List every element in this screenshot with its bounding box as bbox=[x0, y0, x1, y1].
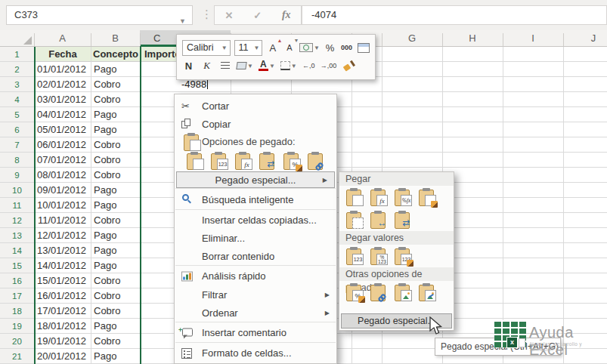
increase-decimal-button[interactable]: →,00 bbox=[321, 58, 337, 73]
row-header-2[interactable]: 2 bbox=[0, 62, 34, 77]
cell-a16[interactable]: 15/01/2012 bbox=[34, 273, 91, 288]
row-header-19[interactable]: 19 bbox=[0, 319, 34, 334]
cell-a19[interactable]: 18/01/2012 bbox=[34, 319, 91, 334]
paste-keep-widths-icon[interactable]: ↔ bbox=[368, 211, 388, 229]
column-header-g[interactable]: G bbox=[382, 30, 442, 47]
bold-button[interactable]: N bbox=[182, 58, 195, 73]
row-header-4[interactable]: 4 bbox=[0, 92, 34, 107]
cell-b8[interactable]: Cobro bbox=[92, 153, 139, 168]
cell-b3[interactable]: Cobro bbox=[92, 77, 139, 92]
decrease-decimal-button[interactable]: ←,0 bbox=[302, 58, 315, 73]
row-header-6[interactable]: 6 bbox=[0, 122, 34, 137]
paste-keep-formatting-icon[interactable] bbox=[417, 188, 436, 206]
cell-b13[interactable]: Pago bbox=[92, 228, 139, 243]
column-header-h[interactable]: H bbox=[442, 30, 503, 47]
cell-b21[interactable]: Pago bbox=[92, 349, 139, 364]
paste-link-icon[interactable] bbox=[368, 283, 388, 301]
column-header-b[interactable]: B bbox=[91, 30, 140, 47]
cell-b10[interactable]: Pago bbox=[92, 183, 139, 198]
cell-a10[interactable]: 09/01/2012 bbox=[34, 183, 91, 198]
row-header-11[interactable]: 11 bbox=[0, 198, 34, 213]
cell-a21[interactable]: 20/01/2012 bbox=[34, 349, 91, 364]
values-source-formatting-icon[interactable]: 123 bbox=[392, 247, 412, 265]
cell-b16[interactable]: Cobro bbox=[92, 273, 139, 288]
cell-a13[interactable]: 12/01/2012 bbox=[34, 228, 91, 243]
menu-item-copiar[interactable]: Copiar bbox=[175, 115, 336, 133]
menu-item-cortar[interactable]: ✂Cortar bbox=[175, 97, 336, 115]
paste-no-borders-icon[interactable] bbox=[344, 211, 364, 229]
cell-b20[interactable]: Cobro bbox=[92, 334, 139, 349]
row-header-20[interactable]: 20 bbox=[0, 334, 34, 349]
row-header-21[interactable]: 21 bbox=[0, 349, 34, 364]
menu-item-insertar-comentario[interactable]: +Insertar comentario bbox=[175, 323, 336, 342]
paste-icon[interactable] bbox=[184, 152, 204, 170]
column-header-i[interactable]: I bbox=[503, 30, 563, 47]
paste-link-icon[interactable] bbox=[305, 152, 325, 170]
row-header-3[interactable]: 3 bbox=[0, 77, 34, 92]
row-header-7[interactable]: 7 bbox=[0, 137, 34, 153]
formula-bar-input[interactable]: -4074 bbox=[302, 5, 607, 25]
column-header-j[interactable]: J bbox=[563, 30, 607, 47]
enter-icon[interactable]: ✓ bbox=[253, 10, 262, 21]
italic-button[interactable]: K bbox=[200, 58, 213, 73]
menu-item-ordenar[interactable]: Ordenar▶ bbox=[175, 304, 336, 322]
format-table-button[interactable] bbox=[357, 40, 370, 55]
cell-a15[interactable]: 14/01/2012 bbox=[34, 258, 91, 273]
cell-b2[interactable]: Pago bbox=[92, 62, 139, 77]
borders-button[interactable]: ▼ bbox=[280, 58, 297, 73]
menu-item-formato-de-celdas[interactable]: Formato de celdas... bbox=[175, 344, 336, 362]
cell-b17[interactable]: Cobro bbox=[92, 288, 139, 304]
cell-a4[interactable]: 03/01/2012 bbox=[34, 92, 91, 107]
cell-a5[interactable]: 04/01/2012 bbox=[34, 107, 91, 122]
cell-a7[interactable]: 06/01/2012 bbox=[34, 137, 91, 153]
menu-item-eliminar[interactable]: Eliminar... bbox=[175, 229, 336, 247]
cell-a12[interactable]: 11/01/2012 bbox=[34, 213, 91, 228]
cell-b18[interactable]: Cobro bbox=[92, 304, 139, 319]
font-name-combo[interactable]: Calibri ▼ bbox=[182, 40, 231, 56]
paste-icon[interactable] bbox=[344, 188, 364, 206]
paste-formulas-formatting-icon[interactable]: %fx bbox=[392, 188, 412, 206]
menu-item-filtrar[interactable]: Filtrar▶ bbox=[175, 285, 336, 304]
cell-a11[interactable]: 10/01/2012 bbox=[34, 198, 91, 213]
shrink-font-button[interactable]: A▼ bbox=[283, 40, 296, 55]
row-header-16[interactable]: 16 bbox=[0, 273, 34, 288]
name-box[interactable]: C373 ▼ bbox=[6, 5, 193, 25]
cell-b7[interactable]: Cobro bbox=[92, 137, 139, 153]
row-header-15[interactable]: 15 bbox=[0, 258, 34, 273]
cell-b9[interactable]: Cobro bbox=[92, 168, 139, 183]
values-icon[interactable]: 123 bbox=[344, 247, 364, 265]
format-painter-button[interactable] bbox=[342, 58, 355, 73]
row-header-13[interactable]: 13 bbox=[0, 228, 34, 243]
row-header-18[interactable]: 18 bbox=[0, 304, 34, 319]
cell-b14[interactable]: Pago bbox=[92, 243, 139, 258]
align-button[interactable] bbox=[218, 58, 231, 73]
cell-a9[interactable]: 08/01/2012 bbox=[34, 168, 91, 183]
comma-style-button[interactable]: 000 bbox=[340, 40, 353, 55]
values-number-formatting-icon[interactable]: %123 bbox=[368, 247, 388, 265]
cell-a14[interactable]: 13/01/2012 bbox=[34, 243, 91, 258]
cell-b11[interactable]: Pago bbox=[92, 198, 139, 213]
column-header-a[interactable]: A bbox=[34, 30, 91, 47]
accounting-format-button[interactable]: ▼ bbox=[299, 40, 320, 55]
row-header-14[interactable]: 14 bbox=[0, 243, 34, 258]
cell-b15[interactable]: Pago bbox=[92, 258, 139, 273]
paste-formatting-icon[interactable]: % bbox=[281, 152, 301, 170]
cell-a20[interactable]: 19/01/2012 bbox=[34, 334, 91, 349]
formatting-icon[interactable]: % bbox=[344, 283, 364, 301]
cell-b1[interactable]: Concepto bbox=[91, 47, 140, 62]
picture-icon[interactable] bbox=[392, 283, 412, 301]
linked-picture-icon[interactable] bbox=[417, 283, 436, 301]
row-header-17[interactable]: 17 bbox=[0, 288, 34, 304]
row-header-8[interactable]: 8 bbox=[0, 153, 34, 168]
cell-b5[interactable]: Pago bbox=[92, 107, 139, 122]
row-header-12[interactable]: 12 bbox=[0, 213, 34, 228]
insert-function-icon[interactable]: fx bbox=[282, 9, 291, 21]
cell-a1[interactable]: Fecha bbox=[35, 47, 91, 62]
cell-a17[interactable]: 16/01/2012 bbox=[34, 288, 91, 304]
paste-transpose-icon[interactable]: ⇄ bbox=[257, 152, 277, 170]
menu-item-pegado-especial[interactable]: Pegado especial...▶ bbox=[176, 171, 335, 188]
cell-a3[interactable]: 02/01/2012 bbox=[34, 77, 91, 92]
cell-a18[interactable]: 17/01/2012 bbox=[34, 304, 91, 319]
font-color-button[interactable]: A▼ bbox=[259, 58, 275, 73]
paste-values-icon[interactable]: 123 bbox=[209, 152, 228, 170]
